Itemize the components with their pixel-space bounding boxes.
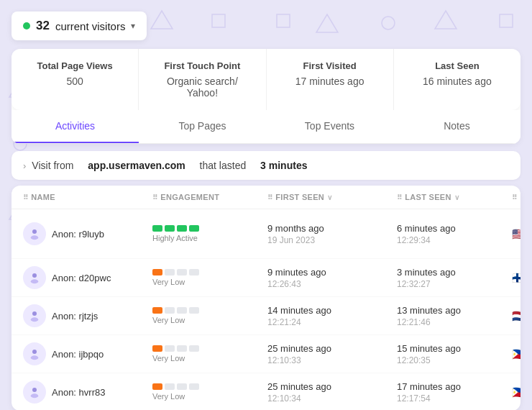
bar-1: [152, 225, 162, 232]
first-seen-absolute: 12:21:24: [267, 317, 397, 327]
user-name: Anon: r9luyb: [52, 229, 104, 240]
tab-top-pages[interactable]: Top Pages: [139, 110, 266, 143]
first-seen-relative: 9 months ago: [267, 223, 397, 234]
user-name: Anon: rjtzjs: [52, 311, 98, 322]
stat-label-page-views: Total Page Views: [26, 60, 124, 71]
engagement-bars: [152, 269, 267, 275]
top-section: Total Page Views 500 First Touch Point O…: [12, 49, 520, 144]
stat-value-first-visited: 17 minutes ago: [281, 76, 379, 87]
first-seen-relative: 14 minutes ago: [267, 305, 397, 316]
bar-3: [177, 307, 187, 314]
bar-3: [177, 269, 187, 275]
first-seen-relative: 9 minutes ago: [267, 267, 397, 278]
last-seen-absolute: 12:29:34: [397, 235, 512, 245]
bar-4: [189, 307, 199, 314]
first-seen-absolute: 12:10:33: [267, 355, 397, 365]
stat-first-visited: First Visited 17 minutes ago: [267, 49, 394, 110]
cell-location-anon-rjtzjs: 🇳🇱 Amsterdam Netherlands: [512, 305, 520, 327]
svg-point-15: [32, 273, 37, 278]
cell-last-seen-anon-hvrr83: 17 minutes ago 12:17:54: [397, 381, 512, 404]
last-seen-relative: 17 minutes ago: [397, 381, 512, 392]
bar-1: [152, 269, 162, 275]
engagement-bars: [152, 307, 267, 314]
users-table: ⠿ NAME ⠿ ENGAGEMENT ⠿ FIRST SEEN ∨ ⠿ LAS…: [12, 186, 520, 410]
avatar-anon-r9luyb: [23, 222, 46, 245]
th-engagement: ⠿ ENGAGEMENT: [152, 193, 267, 201]
visit-prefix: Visit from: [32, 160, 73, 171]
bar-3: [177, 345, 187, 352]
visitor-label: current visitors: [55, 20, 126, 32]
stat-value-touch: Organic search/ Yahoo!: [153, 76, 251, 99]
stat-total-page-views: Total Page Views 500: [12, 49, 139, 110]
cell-location-anon-r9luyb: 🇺🇸 San Diego USA: [512, 217, 520, 251]
grid-icon-last-seen: ⠿: [397, 193, 402, 201]
cell-engagement-anon-hvrr83: Very Low: [152, 383, 267, 401]
svg-point-21: [32, 388, 37, 392]
table-row[interactable]: Anon: r9luyb Highly Active 9 months ago …: [12, 209, 520, 259]
cell-first-seen-anon-rjtzjs: 14 minutes ago 12:21:24: [267, 305, 397, 327]
svg-point-18: [31, 317, 39, 322]
cell-first-seen-anon-r9luyb: 9 months ago 19 Jun 2023: [267, 223, 397, 245]
cell-name-anon-d20pwc: Anon: d20pwc: [23, 266, 152, 289]
stats-row: Total Page Views 500 First Touch Point O…: [12, 49, 520, 110]
cell-name-anon-ijbpqo: Anon: ijbpqo: [23, 342, 152, 365]
grid-icon-engagement: ⠿: [152, 193, 157, 201]
bar-4: [189, 225, 199, 232]
table-row[interactable]: Anon: hvrr83 Very Low 25 minutes ago 12:…: [12, 373, 520, 410]
bar-2: [165, 345, 175, 352]
th-last-seen[interactable]: ⠿ LAST SEEN ∨: [397, 193, 512, 201]
last-seen-relative: 15 minutes ago: [397, 343, 512, 354]
engagement-bars: [152, 345, 267, 352]
last-seen-absolute: 12:20:35: [397, 355, 512, 365]
country-flag: 🇫🇮: [512, 273, 520, 283]
bar-4: [189, 383, 199, 390]
avatar-anon-rjtzjs: [23, 304, 46, 327]
table-row[interactable]: Anon: rjtzjs Very Low 14 minutes ago 12:…: [12, 297, 520, 335]
country-flag: 🇺🇸: [512, 229, 520, 239]
tab-notes[interactable]: Notes: [393, 110, 520, 143]
visit-domain: app.usermaven.com: [88, 160, 185, 171]
bar-1: [152, 345, 162, 352]
last-seen-relative: 13 minutes ago: [397, 305, 512, 316]
cell-last-seen-anon-d20pwc: 3 minutes ago 12:32:27: [397, 267, 512, 289]
th-first-seen[interactable]: ⠿ FIRST SEEN ∨: [267, 193, 397, 201]
visitors-badge[interactable]: 32 current visitors ▾: [12, 12, 147, 40]
avatar-anon-ijbpqo: [23, 342, 46, 365]
cell-first-seen-anon-d20pwc: 9 minutes ago 12:26:43: [267, 267, 397, 289]
bar-3: [177, 383, 187, 390]
cell-engagement-anon-ijbpqo: Very Low: [152, 345, 267, 363]
first-seen-absolute: 12:10:34: [267, 393, 397, 404]
grid-icon-first-seen: ⠿: [267, 193, 272, 201]
sort-arrow-last-seen: ∨: [454, 193, 459, 201]
svg-point-16: [31, 279, 39, 283]
table-header: ⠿ NAME ⠿ ENGAGEMENT ⠿ FIRST SEEN ∨ ⠿ LAS…: [12, 186, 520, 209]
svg-point-22: [31, 393, 39, 398]
bar-1: [152, 307, 162, 314]
stat-last-seen: Last Seen 16 minutes ago: [394, 49, 520, 110]
table-row[interactable]: Anon: d20pwc Very Low 9 minutes ago 12:2…: [12, 259, 520, 297]
visit-duration: 3 minutes: [260, 160, 307, 171]
engagement-label: Very Low: [152, 354, 267, 363]
svg-point-14: [31, 235, 39, 240]
tab-activities[interactable]: Activities: [12, 110, 139, 143]
engagement-label: Very Low: [152, 392, 267, 401]
sort-arrow-first-seen: ∨: [327, 193, 332, 201]
cell-engagement-anon-d20pwc: Very Low: [152, 269, 267, 286]
stat-value-last-seen: 16 minutes ago: [408, 76, 506, 87]
bar-2: [165, 383, 175, 390]
cell-last-seen-anon-ijbpqo: 15 minutes ago 12:20:35: [397, 343, 512, 365]
country-flag: 🇳🇱: [512, 311, 520, 321]
engagement-label: Very Low: [152, 316, 267, 324]
last-seen-absolute: 12:32:27: [397, 279, 512, 289]
cell-first-seen-anon-ijbpqo: 25 minutes ago 12:10:33: [267, 343, 397, 365]
cell-location-anon-hvrr83: 🇵🇭 Pasig Philippines: [512, 381, 520, 403]
stat-label-touch: First Touch Point: [153, 60, 251, 71]
avatar-anon-hvrr83: [23, 381, 46, 404]
tabs-bar: Activities Top Pages Top Events Notes: [12, 110, 520, 144]
stat-value-page-views: 500: [26, 76, 124, 87]
table-row[interactable]: Anon: ijbpqo Very Low 25 minutes ago 12:…: [12, 335, 520, 373]
bar-2: [165, 307, 175, 314]
tab-top-events[interactable]: Top Events: [266, 110, 393, 143]
last-seen-absolute: 12:17:54: [397, 393, 512, 404]
cell-location-anon-ijbpqo: 🇵🇭 Pasig Philippines: [512, 343, 520, 365]
